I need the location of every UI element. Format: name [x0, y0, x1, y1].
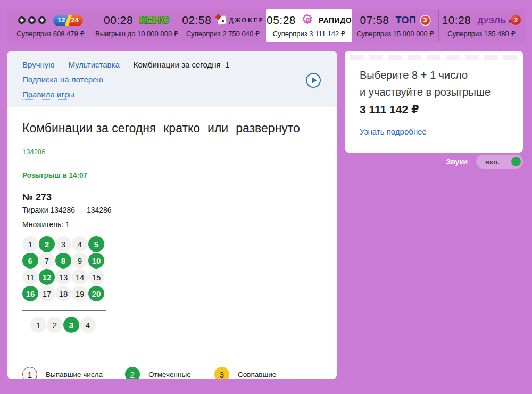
balls-icon	[18, 16, 46, 24]
combinations-card: Вручную Мультиставка Комбинации за сегод…	[7, 51, 337, 379]
toggle-state-label: вкл.	[485, 158, 500, 166]
sounds-row: Звуки вкл.	[446, 155, 523, 169]
draw-number-link[interactable]: 134286	[22, 148, 45, 156]
promo-prize: 3 111 142 ₽	[360, 100, 508, 119]
draw-range: Тиражи 134286 — 134286	[22, 206, 322, 214]
tab-timer: 07:58	[360, 14, 389, 27]
tab-prize: Суперприз 15 000 000 ₽	[356, 30, 434, 38]
top3-logo: ТОП 3	[396, 15, 431, 26]
1224-logo: 12 24	[53, 15, 84, 26]
tab-prize: Выигрыш до 10 000 000 ₽	[95, 30, 178, 38]
rapido-logo-text: РАПИДО	[319, 16, 352, 24]
keno-logo: КЕНО	[139, 14, 170, 26]
ball-3: 3	[55, 236, 71, 252]
top3-ball-icon: 3	[420, 15, 431, 26]
duel-x2-icon: x 2	[508, 15, 521, 26]
tab-prize: Суперприз 2 750 040 ₽	[186, 30, 260, 38]
nav-rules-link[interactable]: Правила игры	[22, 90, 74, 100]
legend: 1 Выпавшие числа 2 Отмеченные 3 Совпавши…	[22, 367, 322, 379]
legend-label: Совпавшие	[238, 371, 276, 379]
matched-number-icon: 3	[214, 367, 229, 379]
sounds-toggle[interactable]: вкл.	[476, 155, 523, 169]
ball-14: 14	[72, 269, 88, 285]
duel-logo: ДУЭЛЬ x 2	[478, 15, 521, 26]
tab-prize: Суперприз 3 111 142 ₽	[273, 30, 345, 38]
choose-numbers-link[interactable]: 8 + 1 число	[412, 69, 468, 81]
gear-icon: ⚙ R	[302, 14, 315, 27]
tab-prize: Суперприз 608 479 ₽	[16, 30, 84, 38]
ball-2: 2	[39, 236, 55, 252]
tab-duel[interactable]: 10:28 ДУЭЛЬ x 2 Суперприз 135 480 ₽	[438, 9, 525, 42]
play-button[interactable]	[306, 73, 321, 88]
tab-keno[interactable]: 00:28 КЕНО Выигрыш до 10 000 000 ₽	[94, 9, 180, 42]
ball-15: 15	[88, 269, 104, 285]
tab-timer: 02:58	[182, 14, 211, 27]
ball-1: 1	[22, 236, 38, 252]
ball-12: 12	[39, 269, 55, 285]
ball-10: 10	[88, 253, 104, 269]
ball-9: 9	[72, 253, 88, 269]
nav-multibet-link[interactable]: Мультиставка	[69, 60, 120, 70]
page-title-text: Комбинации за сегодня	[22, 121, 156, 136]
page-title: Комбинации за сегодня кратко или разверн…	[22, 121, 322, 136]
field1-grid: 1234567891011121314151617181920	[22, 236, 104, 301]
ball-17: 17	[39, 286, 55, 301]
field-divider	[22, 310, 106, 311]
ball-4: 4	[80, 317, 96, 333]
legend-item-matched: 3 Совпавшие	[214, 367, 276, 379]
legend-item-marked: 2 Отмеченные	[125, 367, 214, 379]
duel-logo-text: ДУЭЛЬ	[478, 16, 506, 25]
top3-logo-text: ТОП	[396, 15, 417, 26]
tab-joker[interactable]: 02:58 ДЖОКЕР Суперприз 2 750 040 ₽	[180, 9, 266, 42]
ball-19: 19	[72, 286, 88, 301]
joker-logo-text: ДЖОКЕР	[229, 16, 263, 24]
joker-logo: ДЖОКЕР	[218, 16, 263, 24]
promo-line2: и участвуйте в розыгрыше	[360, 83, 508, 100]
marked-number-icon: 2	[125, 367, 140, 379]
tab-top3[interactable]: 07:58 ТОП 3 Суперприз 15 000 000 ₽	[352, 9, 438, 42]
tab-1224[interactable]: 12 24 Суперприз 608 479 ₽	[7, 9, 94, 42]
ball-13: 13	[55, 269, 71, 285]
nav-manual-link[interactable]: Вручную	[22, 60, 55, 70]
watermark-pattern	[350, 55, 518, 60]
ball-3: 3	[63, 317, 79, 333]
tab-prize: Суперприз 135 480 ₽	[447, 30, 515, 38]
ball-2: 2	[47, 317, 63, 333]
view-short-link[interactable]: кратко	[163, 121, 200, 136]
legend-label: Отмеченные	[148, 371, 191, 379]
ball-1: 1	[30, 317, 46, 333]
ball-6: 6	[22, 253, 38, 269]
fallen-number-icon: 1	[22, 367, 37, 379]
toggle-knob-icon	[511, 157, 521, 166]
sounds-label: Звуки	[446, 157, 468, 166]
legend-item-fallen: 1 Выпавшие числа	[22, 367, 125, 379]
combinations-content: Комбинации за сегодня кратко или разверн…	[7, 121, 337, 379]
ball-8: 8	[55, 253, 71, 269]
combo-number: № 273	[22, 192, 322, 203]
tab-timer: 00:28	[104, 14, 133, 27]
dice-icon	[217, 15, 227, 25]
legend-label: Выпавшие числа	[46, 371, 103, 379]
multiplier: Множитель: 1	[22, 220, 322, 229]
tab-timer: 10:28	[442, 14, 471, 27]
field2-grid: 1234	[30, 317, 322, 333]
title-or-text: или	[207, 121, 228, 136]
combinations-count: 1	[225, 60, 229, 69]
ball-4: 4	[72, 236, 88, 252]
details-link[interactable]: Узнать подробнее	[360, 127, 427, 137]
ball-7: 7	[39, 253, 55, 269]
ball-16: 16	[22, 286, 38, 301]
promo-card: Выберите 8 + 1 число и участвуйте в розы…	[345, 51, 523, 153]
ball-20: 20	[88, 286, 104, 301]
lottery-topbar: 12 24 Суперприз 608 479 ₽ 00:28 КЕНО Выи…	[7, 9, 525, 42]
rapido-logo: ⚙ R РАПИДО	[302, 14, 352, 27]
ball-5: 5	[88, 236, 104, 252]
game-nav: Вручную Мультиставка Комбинации за сегод…	[7, 51, 337, 107]
nav-combinations-current: Комбинации за сегодня1	[134, 60, 229, 69]
ball-11: 11	[22, 269, 38, 285]
ball-18: 18	[55, 286, 71, 301]
tab-rapido-selected[interactable]: 05:28 ⚙ R РАПИДО Суперприз 3 111 142 ₽	[266, 9, 352, 42]
promo-line1: Выберите 8 + 1 число	[360, 66, 508, 83]
draw-time-label: Розыгрыш в 14:07	[22, 171, 322, 179]
nav-subscription-link[interactable]: Подписка на лотерею	[22, 75, 103, 85]
